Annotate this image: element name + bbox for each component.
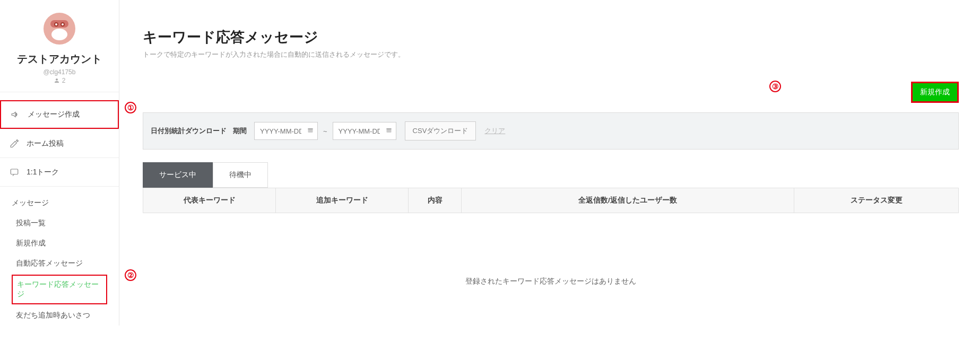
main-content: キーワード応答メッセージ トークで特定のキーワードが入力された場合に自動的に送信…	[119, 0, 980, 326]
submenu-item-new[interactable]: 新規作成	[0, 233, 119, 253]
edit-icon	[10, 139, 19, 148]
sidebar-item-one-to-one[interactable]: 1:1トーク	[0, 157, 119, 186]
sidebar-item-label: 1:1トーク	[27, 168, 59, 177]
account-id: @clg4175b	[0, 68, 119, 76]
new-button[interactable]: 新規作成	[911, 82, 959, 103]
th-main-keyword: 代表キーワード	[143, 188, 276, 213]
sidebar: テストアカウント @clg4175b 2 メッセージ作成 ホーム投稿 1:1トー…	[0, 0, 119, 326]
tabs: サービス中 待機中	[143, 162, 959, 188]
th-status-change: ステータス変更	[794, 188, 959, 213]
annotation-3: ③	[769, 81, 781, 92]
account-name: テストアカウント	[0, 52, 119, 66]
submenu-item-list[interactable]: 投稿一覧	[0, 213, 119, 233]
profile-block: テストアカウント @clg4175b 2	[0, 0, 119, 92]
empty-message: 登録されたキーワード応答メッセージはありません	[143, 213, 959, 308]
avatar	[44, 13, 75, 45]
clear-link[interactable]: クリア	[484, 126, 505, 136]
annotation-1: ①	[125, 102, 136, 113]
tilde-separator: ~	[323, 127, 327, 135]
megaphone-icon	[11, 110, 20, 119]
th-extra-keyword: 追加キーワード	[276, 188, 409, 213]
csv-download-button[interactable]: CSVダウンロード	[405, 121, 476, 141]
sidebar-item-label: メッセージ作成	[28, 110, 80, 119]
svg-rect-0	[11, 169, 18, 174]
tab-serving[interactable]: サービス中	[143, 162, 213, 188]
sidebar-item-label: ホーム投稿	[27, 139, 64, 148]
th-content: 内容	[409, 188, 462, 213]
submenu-item-keyword-reply[interactable]: キーワード応答メッセージ	[13, 276, 106, 303]
filter-label-period: 期間	[233, 126, 247, 136]
annotation-2: ②	[125, 269, 136, 281]
submenu-item-greeting[interactable]: 友だち追加時あいさつ	[0, 305, 119, 326]
friend-count: 2	[0, 77, 119, 84]
chat-icon	[10, 168, 19, 177]
filter-label-download: 日付別統計ダウンロード	[151, 126, 227, 136]
friend-count-value: 2	[62, 77, 66, 84]
submenu-item-auto-reply[interactable]: 自動応答メッセージ	[0, 253, 119, 274]
filter-bar: 日付別統計ダウンロード 期間 ~ CSVダウンロード クリア	[143, 112, 959, 150]
date-from-input[interactable]	[254, 122, 318, 140]
keyword-table: 代表キーワード 追加キーワード 内容 全返信数/返信したユーザー数 ステータス変…	[143, 188, 959, 213]
highlight-box-2: キーワード応答メッセージ	[12, 275, 107, 304]
page-title: キーワード応答メッセージ	[143, 28, 959, 47]
sidebar-item-compose[interactable]: メッセージ作成	[0, 100, 119, 129]
date-to-input[interactable]	[333, 122, 396, 140]
sidebar-item-home-post[interactable]: ホーム投稿	[0, 129, 119, 157]
submenu-header: メッセージ	[0, 187, 119, 213]
person-icon	[54, 77, 60, 84]
tab-waiting[interactable]: 待機中	[213, 162, 268, 188]
page-description: トークで特定のキーワードが入力された場合に自動的に送信されるメッセージです。	[143, 50, 959, 59]
th-reply-stats: 全返信数/返信したユーザー数	[462, 188, 794, 213]
